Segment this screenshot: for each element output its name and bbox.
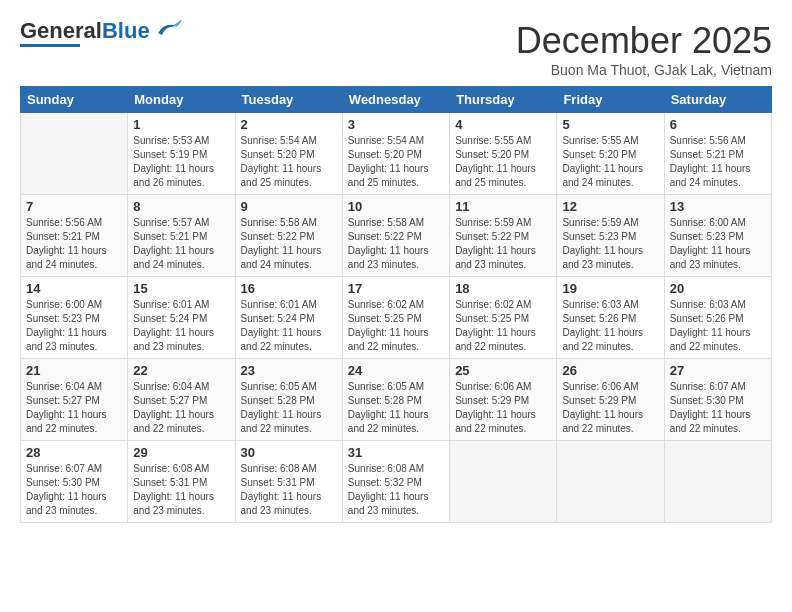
calendar-table: SundayMondayTuesdayWednesdayThursdayFrid… xyxy=(20,86,772,523)
day-info: Sunrise: 5:56 AMSunset: 5:21 PMDaylight:… xyxy=(670,134,766,190)
day-info: Sunrise: 5:54 AMSunset: 5:20 PMDaylight:… xyxy=(241,134,337,190)
day-number: 1 xyxy=(133,117,229,132)
day-number: 26 xyxy=(562,363,658,378)
calendar-cell: 28Sunrise: 6:07 AMSunset: 5:30 PMDayligh… xyxy=(21,441,128,523)
logo-underline xyxy=(20,44,80,47)
calendar-cell: 6Sunrise: 5:56 AMSunset: 5:21 PMDaylight… xyxy=(664,113,771,195)
day-number: 11 xyxy=(455,199,551,214)
calendar-cell: 30Sunrise: 6:08 AMSunset: 5:31 PMDayligh… xyxy=(235,441,342,523)
day-number: 31 xyxy=(348,445,444,460)
day-number: 20 xyxy=(670,281,766,296)
day-info: Sunrise: 5:58 AMSunset: 5:22 PMDaylight:… xyxy=(241,216,337,272)
day-info: Sunrise: 5:59 AMSunset: 5:22 PMDaylight:… xyxy=(455,216,551,272)
day-info: Sunrise: 5:55 AMSunset: 5:20 PMDaylight:… xyxy=(562,134,658,190)
day-number: 15 xyxy=(133,281,229,296)
day-info: Sunrise: 6:00 AMSunset: 5:23 PMDaylight:… xyxy=(670,216,766,272)
day-number: 29 xyxy=(133,445,229,460)
day-info: Sunrise: 5:58 AMSunset: 5:22 PMDaylight:… xyxy=(348,216,444,272)
calendar-cell: 31Sunrise: 6:08 AMSunset: 5:32 PMDayligh… xyxy=(342,441,449,523)
day-number: 16 xyxy=(241,281,337,296)
calendar-cell: 15Sunrise: 6:01 AMSunset: 5:24 PMDayligh… xyxy=(128,277,235,359)
day-info: Sunrise: 6:08 AMSunset: 5:31 PMDaylight:… xyxy=(133,462,229,518)
day-info: Sunrise: 5:54 AMSunset: 5:20 PMDaylight:… xyxy=(348,134,444,190)
calendar-cell: 22Sunrise: 6:04 AMSunset: 5:27 PMDayligh… xyxy=(128,359,235,441)
day-info: Sunrise: 6:08 AMSunset: 5:31 PMDaylight:… xyxy=(241,462,337,518)
day-info: Sunrise: 6:05 AMSunset: 5:28 PMDaylight:… xyxy=(241,380,337,436)
day-number: 22 xyxy=(133,363,229,378)
day-info: Sunrise: 5:57 AMSunset: 5:21 PMDaylight:… xyxy=(133,216,229,272)
day-number: 28 xyxy=(26,445,122,460)
day-info: Sunrise: 5:53 AMSunset: 5:19 PMDaylight:… xyxy=(133,134,229,190)
day-info: Sunrise: 6:04 AMSunset: 5:27 PMDaylight:… xyxy=(133,380,229,436)
calendar-cell: 7Sunrise: 5:56 AMSunset: 5:21 PMDaylight… xyxy=(21,195,128,277)
day-info: Sunrise: 6:04 AMSunset: 5:27 PMDaylight:… xyxy=(26,380,122,436)
day-number: 4 xyxy=(455,117,551,132)
day-info: Sunrise: 6:06 AMSunset: 5:29 PMDaylight:… xyxy=(562,380,658,436)
calendar-cell xyxy=(450,441,557,523)
col-header-saturday: Saturday xyxy=(664,87,771,113)
calendar-cell: 23Sunrise: 6:05 AMSunset: 5:28 PMDayligh… xyxy=(235,359,342,441)
calendar-cell: 1Sunrise: 5:53 AMSunset: 5:19 PMDaylight… xyxy=(128,113,235,195)
day-number: 7 xyxy=(26,199,122,214)
day-info: Sunrise: 6:03 AMSunset: 5:26 PMDaylight:… xyxy=(670,298,766,354)
day-number: 18 xyxy=(455,281,551,296)
calendar-cell: 26Sunrise: 6:06 AMSunset: 5:29 PMDayligh… xyxy=(557,359,664,441)
calendar-cell: 17Sunrise: 6:02 AMSunset: 5:25 PMDayligh… xyxy=(342,277,449,359)
day-number: 6 xyxy=(670,117,766,132)
day-info: Sunrise: 5:55 AMSunset: 5:20 PMDaylight:… xyxy=(455,134,551,190)
day-number: 30 xyxy=(241,445,337,460)
calendar-cell: 14Sunrise: 6:00 AMSunset: 5:23 PMDayligh… xyxy=(21,277,128,359)
day-number: 13 xyxy=(670,199,766,214)
col-header-thursday: Thursday xyxy=(450,87,557,113)
day-number: 21 xyxy=(26,363,122,378)
col-header-wednesday: Wednesday xyxy=(342,87,449,113)
day-number: 14 xyxy=(26,281,122,296)
day-number: 23 xyxy=(241,363,337,378)
logo-bird-icon xyxy=(154,19,182,39)
day-info: Sunrise: 5:56 AMSunset: 5:21 PMDaylight:… xyxy=(26,216,122,272)
calendar-cell: 10Sunrise: 5:58 AMSunset: 5:22 PMDayligh… xyxy=(342,195,449,277)
day-info: Sunrise: 6:00 AMSunset: 5:23 PMDaylight:… xyxy=(26,298,122,354)
calendar-cell: 3Sunrise: 5:54 AMSunset: 5:20 PMDaylight… xyxy=(342,113,449,195)
day-number: 3 xyxy=(348,117,444,132)
calendar-cell: 9Sunrise: 5:58 AMSunset: 5:22 PMDaylight… xyxy=(235,195,342,277)
title-block: December 2025 Buon Ma Thuot, GJak Lak, V… xyxy=(516,20,772,78)
day-info: Sunrise: 6:03 AMSunset: 5:26 PMDaylight:… xyxy=(562,298,658,354)
day-info: Sunrise: 6:05 AMSunset: 5:28 PMDaylight:… xyxy=(348,380,444,436)
calendar-cell: 16Sunrise: 6:01 AMSunset: 5:24 PMDayligh… xyxy=(235,277,342,359)
day-number: 12 xyxy=(562,199,658,214)
calendar-cell: 18Sunrise: 6:02 AMSunset: 5:25 PMDayligh… xyxy=(450,277,557,359)
location-subtitle: Buon Ma Thuot, GJak Lak, Vietnam xyxy=(516,62,772,78)
month-year-title: December 2025 xyxy=(516,20,772,62)
calendar-cell: 24Sunrise: 6:05 AMSunset: 5:28 PMDayligh… xyxy=(342,359,449,441)
day-info: Sunrise: 6:07 AMSunset: 5:30 PMDaylight:… xyxy=(670,380,766,436)
calendar-cell: 12Sunrise: 5:59 AMSunset: 5:23 PMDayligh… xyxy=(557,195,664,277)
col-header-friday: Friday xyxy=(557,87,664,113)
day-number: 24 xyxy=(348,363,444,378)
calendar-cell: 2Sunrise: 5:54 AMSunset: 5:20 PMDaylight… xyxy=(235,113,342,195)
col-header-sunday: Sunday xyxy=(21,87,128,113)
day-info: Sunrise: 6:06 AMSunset: 5:29 PMDaylight:… xyxy=(455,380,551,436)
col-header-monday: Monday xyxy=(128,87,235,113)
day-info: Sunrise: 6:02 AMSunset: 5:25 PMDaylight:… xyxy=(348,298,444,354)
calendar-cell: 21Sunrise: 6:04 AMSunset: 5:27 PMDayligh… xyxy=(21,359,128,441)
calendar-cell xyxy=(664,441,771,523)
calendar-cell: 11Sunrise: 5:59 AMSunset: 5:22 PMDayligh… xyxy=(450,195,557,277)
logo: GeneralBlue xyxy=(20,20,182,47)
calendar-cell xyxy=(557,441,664,523)
calendar-cell xyxy=(21,113,128,195)
day-number: 5 xyxy=(562,117,658,132)
day-number: 2 xyxy=(241,117,337,132)
day-info: Sunrise: 6:07 AMSunset: 5:30 PMDaylight:… xyxy=(26,462,122,518)
logo-blue: Blue xyxy=(102,18,150,43)
day-info: Sunrise: 6:08 AMSunset: 5:32 PMDaylight:… xyxy=(348,462,444,518)
day-number: 27 xyxy=(670,363,766,378)
day-number: 17 xyxy=(348,281,444,296)
day-info: Sunrise: 6:01 AMSunset: 5:24 PMDaylight:… xyxy=(241,298,337,354)
calendar-cell: 5Sunrise: 5:55 AMSunset: 5:20 PMDaylight… xyxy=(557,113,664,195)
calendar-cell: 29Sunrise: 6:08 AMSunset: 5:31 PMDayligh… xyxy=(128,441,235,523)
day-number: 25 xyxy=(455,363,551,378)
page-header: GeneralBlue December 2025 Buon Ma Thuot,… xyxy=(20,20,772,78)
day-info: Sunrise: 5:59 AMSunset: 5:23 PMDaylight:… xyxy=(562,216,658,272)
day-info: Sunrise: 6:01 AMSunset: 5:24 PMDaylight:… xyxy=(133,298,229,354)
